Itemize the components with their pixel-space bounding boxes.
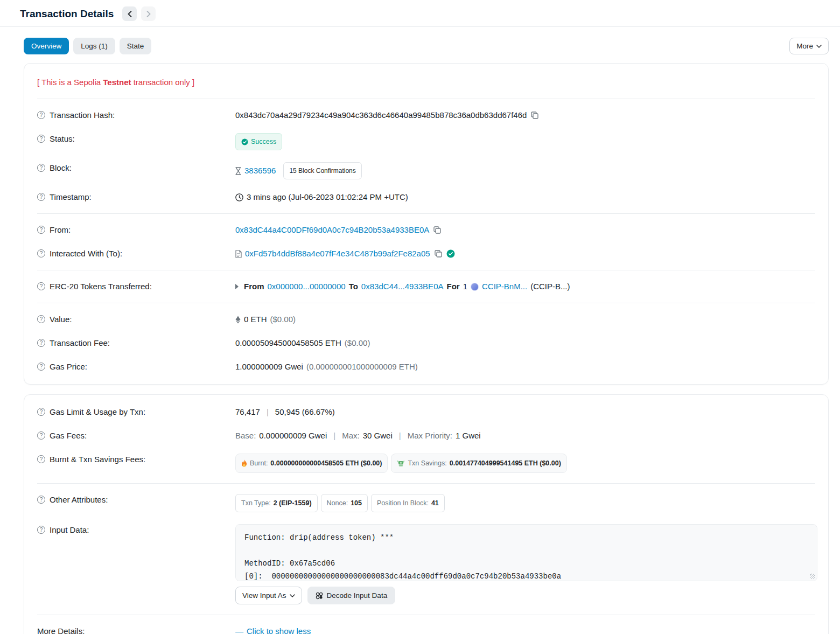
row-divider — [37, 99, 815, 99]
help-icon[interactable] — [37, 135, 45, 143]
copy-icon — [531, 112, 538, 119]
row-gas-limit-usage: Gas Limit & Usage by Txn: 76,417 | 50,94… — [37, 400, 815, 424]
transaction-fee-usd: ($0.00) — [345, 337, 370, 349]
row-timestamp: Timestamp: 3 mins ago (Jul-06-2023 01:02… — [37, 185, 815, 209]
burnt-fee-value: 0.000000000000458505 ETH ($0.00) — [270, 457, 382, 469]
interacted-with-label: Interacted With (To): — [50, 248, 122, 260]
tab-state[interactable]: State — [120, 38, 152, 54]
status-badge: Success — [235, 133, 282, 150]
value-usd: ($0.00) — [270, 313, 296, 325]
input-data-label: Input Data: — [50, 524, 89, 536]
timestamp-value: 3 mins ago (Jul-06-2023 01:02:24 PM +UTC… — [247, 191, 408, 203]
value-amount: 0 ETH — [244, 313, 267, 325]
transaction-hash-value: 0x843dc70a4a29d79234c49a904c363d6c46640a… — [235, 109, 527, 121]
testnet-banner-suffix: transaction only ] — [131, 78, 195, 87]
input-data-textarea[interactable]: Function: drip(address token) *** Method… — [235, 524, 817, 581]
from-address-link[interactable]: 0x83dC44a4C00DFf69d0A0c7c94B20b53a4933BE… — [235, 224, 429, 236]
more-dropdown-label: More — [796, 42, 813, 50]
help-icon[interactable] — [37, 431, 45, 440]
value-label: Value: — [50, 313, 72, 325]
nonce-label: Nonce: — [327, 497, 348, 509]
from-label: From: — [50, 224, 71, 236]
position-in-block-badge: Position In Block: 41 — [371, 494, 445, 512]
token-icon — [471, 283, 479, 291]
help-icon[interactable] — [37, 363, 45, 371]
transaction-fee-value: 0.000050945000458505 ETH — [235, 337, 341, 349]
row-gas-price: Gas Price: 1.000000009 Gwei (0.000000001… — [37, 355, 815, 379]
help-icon[interactable] — [37, 282, 45, 290]
transfer-to-address-link[interactable]: 0x83dC44...4933BE0A — [361, 281, 444, 292]
position-in-block-value: 41 — [431, 497, 439, 509]
row-divider — [37, 303, 815, 303]
collapse-dash-icon: — — [235, 625, 243, 634]
transfer-expand-caret-icon[interactable] — [235, 284, 239, 289]
help-icon[interactable] — [37, 164, 45, 172]
txn-type-value: 2 (EIP-1559) — [274, 497, 312, 509]
burnt-savings-label: Burnt & Txn Savings Fees: — [50, 454, 145, 465]
row-divider — [37, 615, 815, 615]
testnet-banner: [ This is a Sepolia Testnet transaction … — [37, 69, 815, 94]
token-name-link[interactable]: CCIP-BnM... — [482, 281, 527, 292]
previous-transaction-button[interactable] — [122, 6, 137, 21]
row-value: Value: 0 ETH ($0.00) — [37, 308, 815, 331]
copy-from-address-button[interactable] — [432, 226, 442, 234]
row-divider — [37, 483, 815, 484]
money-wings-icon — [397, 460, 405, 466]
nonce-value: 105 — [351, 497, 362, 509]
gas-fees-label: Gas Fees: — [50, 430, 87, 442]
to-address-link[interactable]: 0xFd57b4ddBf88a4e07fF4e34C487b99af2Fe82a… — [245, 248, 430, 260]
view-input-as-button[interactable]: View Input As — [235, 587, 302, 604]
transfer-from-label: From — [244, 281, 264, 292]
other-attributes-label: Other Attributes: — [50, 494, 108, 506]
help-icon[interactable] — [37, 496, 45, 504]
next-transaction-button[interactable] — [141, 6, 156, 21]
chevron-down-icon — [290, 594, 295, 597]
help-icon[interactable] — [37, 339, 45, 347]
gas-price-eth: (0.000000001000000009 ETH) — [306, 361, 418, 373]
block-number-link[interactable]: 3836596 — [244, 165, 276, 177]
timestamp-label: Timestamp: — [50, 191, 92, 203]
help-icon[interactable] — [37, 455, 45, 463]
row-divider — [37, 213, 815, 214]
token-symbol-text: (CCIP-B...) — [530, 281, 570, 292]
decode-input-data-button[interactable]: Decode Input Data — [307, 587, 396, 604]
help-icon[interactable] — [37, 111, 45, 119]
tab-logs[interactable]: Logs (1) — [73, 38, 115, 54]
more-details-label: More Details: — [37, 625, 85, 634]
block-label: Block: — [50, 162, 72, 174]
overview-card: [ This is a Sepolia Testnet transaction … — [24, 63, 829, 385]
transfer-from-address-link[interactable]: 0x000000...00000000 — [268, 281, 346, 292]
eth-icon — [235, 316, 241, 324]
help-icon[interactable] — [37, 526, 45, 534]
tabs-bar: Overview Logs (1) State More — [0, 27, 840, 63]
input-data-actions: View Input As Decode Input Data — [235, 587, 817, 604]
burnt-fee-label: Burnt: — [250, 457, 268, 469]
click-to-show-less-link[interactable]: Click to show less — [247, 625, 311, 634]
gas-limit-usage-label: Gas Limit & Usage by Txn: — [50, 406, 145, 418]
nonce-badge: Nonce: 105 — [321, 494, 368, 512]
burnt-fee-badge: Burnt: 0.000000000000458505 ETH ($0.00) — [235, 454, 388, 473]
help-icon[interactable] — [37, 193, 45, 201]
separator: | — [267, 406, 269, 418]
chevron-down-icon — [816, 45, 822, 48]
more-dropdown-button[interactable]: More — [789, 38, 829, 54]
row-more-details: More Details: — Click to show less — [37, 619, 815, 634]
copy-to-address-button[interactable] — [433, 250, 443, 257]
help-icon[interactable] — [37, 249, 45, 257]
max-priority-fee-label: Max Priority: — [408, 430, 452, 442]
row-erc20-transfers: ERC-20 Tokens Transferred: From 0x000000… — [37, 275, 815, 298]
help-icon[interactable] — [37, 408, 45, 416]
copy-transaction-hash-button[interactable] — [530, 112, 540, 119]
chevron-right-icon — [146, 11, 151, 17]
view-input-as-label: View Input As — [242, 591, 286, 600]
contract-icon — [235, 250, 242, 258]
row-other-attributes: Other Attributes: Txn Type: 2 (EIP-1559)… — [37, 488, 815, 518]
row-transaction-hash: Transaction Hash: 0x843dc70a4a29d79234c4… — [37, 103, 815, 127]
tab-overview[interactable]: Overview — [24, 38, 69, 54]
copy-icon — [435, 250, 442, 257]
transaction-hash-label: Transaction Hash: — [50, 109, 115, 121]
help-icon[interactable] — [37, 315, 45, 323]
txn-savings-label: Txn Savings: — [408, 457, 446, 469]
help-icon[interactable] — [37, 226, 45, 234]
copy-icon — [433, 226, 441, 234]
